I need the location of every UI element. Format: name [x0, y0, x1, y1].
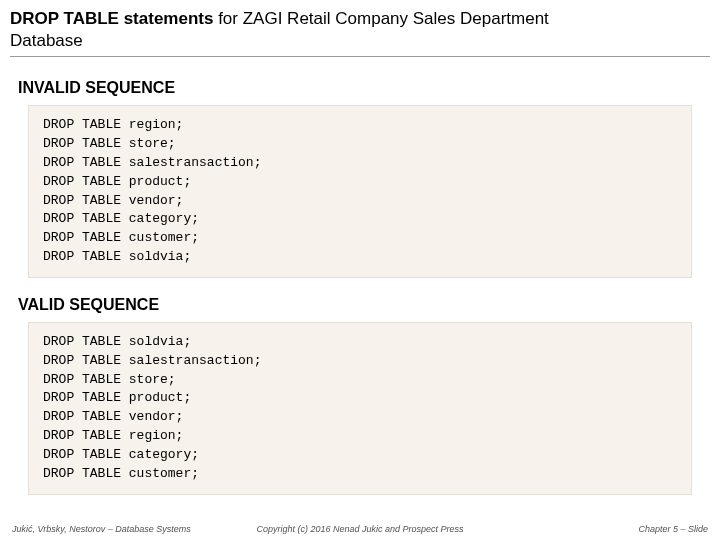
invalid-sequence-heading: INVALID SEQUENCE — [18, 79, 702, 97]
valid-sequence-heading: VALID SEQUENCE — [18, 296, 702, 314]
slide-header: DROP TABLE statements for ZAGI Retail Co… — [0, 0, 720, 61]
slide-footer: Jukić, Vrbsky, Nestorov – Database Syste… — [0, 524, 720, 534]
footer-right: Chapter 5 – Slide — [476, 524, 708, 534]
footer-left: Jukić, Vrbsky, Nestorov – Database Syste… — [12, 524, 244, 534]
invalid-sequence-code: DROP TABLE region; DROP TABLE store; DRO… — [28, 105, 692, 278]
title-underline — [10, 56, 710, 57]
slide-title-line1: DROP TABLE statements for ZAGI Retail Co… — [10, 8, 710, 30]
title-rest-part: for ZAGI Retail Company Sales Department — [213, 9, 548, 28]
title-bold-part: DROP TABLE statements — [10, 9, 213, 28]
slide-content: INVALID SEQUENCE DROP TABLE region; DROP… — [0, 61, 720, 505]
slide-title-line2: Database — [10, 30, 710, 52]
valid-sequence-code: DROP TABLE soldvia; DROP TABLE salestran… — [28, 322, 692, 495]
footer-center: Copyright (c) 2016 Nenad Jukic and Prosp… — [244, 524, 476, 534]
